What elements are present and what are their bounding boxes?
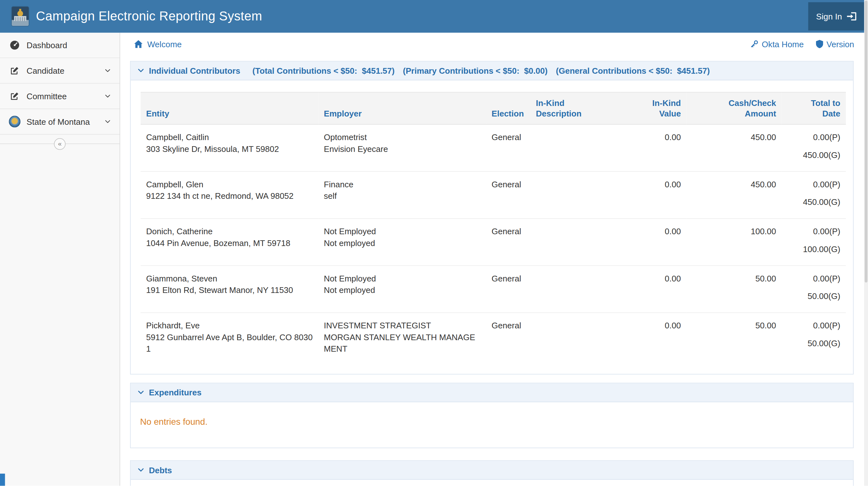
employer-occupation: INVESTMENT STRATEGIST: [324, 320, 480, 331]
total-primary: 0.00(P): [787, 273, 841, 284]
total-to-date-cell: 0.00(P) 100.00(G): [782, 219, 846, 266]
sidebar-item-label: Dashboard: [27, 40, 67, 50]
debts-panel: Debts: [130, 460, 854, 486]
entity-cell: Campbell, Caitlin 303 Skyline Dr, Missou…: [141, 124, 318, 172]
vertical-scrollbar[interactable]: [864, 0, 868, 486]
employer-name: Envision Eyecare: [324, 143, 480, 154]
contributors-panel-body: Entity Employer Election In-KindDescript…: [131, 80, 853, 374]
inkind-value-cell: 0.00: [620, 219, 686, 266]
chevron-down-icon: [138, 68, 144, 74]
entity-cell: Donich, Catherine 1044 Pin Avenue, Bozem…: [141, 219, 318, 266]
capitol-logo-icon: [11, 7, 29, 26]
app-header: Campaign Electronic Reporting System Sig…: [0, 0, 868, 33]
employer-cell: Not Employed Not employed: [318, 219, 486, 266]
column-header-inkind-description: In-KindDescription: [530, 92, 620, 124]
cash-check-cell: 450.00: [687, 124, 782, 172]
individual-contributors-panel: Individual Contributors (Total Contribut…: [130, 61, 854, 375]
election-cell: General: [486, 124, 530, 172]
sidebar-item-committee[interactable]: Committee: [0, 84, 120, 109]
entity-cell: Campbell, Glen 9122 134 th ct ne, Redmon…: [141, 171, 318, 219]
okta-home-label: Okta Home: [762, 39, 804, 49]
entity-name: Giammona, Steven: [146, 273, 313, 284]
inkind-description-cell: [530, 124, 620, 172]
sidebar-collapse-button[interactable]: «: [54, 138, 65, 149]
sign-in-icon: [847, 12, 857, 21]
employer-name: Not employed: [324, 284, 480, 296]
sidebar-item-state-of-montana[interactable]: State of Montana: [0, 109, 120, 135]
breadcrumb-label: Welcome: [147, 39, 182, 49]
welcome-link[interactable]: Welcome: [134, 39, 182, 49]
chevron-down-icon: [104, 118, 111, 125]
empty-message: No entries found.: [131, 402, 853, 448]
contributions-summary: (Total Contributions < $50: $451.57) (Pr…: [253, 66, 710, 76]
summary-total-contributions: (Total Contributions < $50: $451.57): [253, 66, 395, 76]
total-to-date-cell: 0.00(P) 50.00(G): [782, 313, 846, 365]
chevron-down-icon: [104, 92, 111, 100]
blue-artifact: [0, 474, 5, 486]
inkind-description-cell: [530, 219, 620, 266]
total-general: 50.00(G): [787, 290, 841, 302]
montana-seal-icon: [8, 116, 21, 127]
inkind-value-cell: 0.00: [620, 313, 686, 365]
employer-cell: Optometrist Envision Eyecare: [318, 124, 486, 172]
entity-name: Campbell, Caitlin: [146, 131, 313, 143]
breadcrumb-bar: Welcome Okta Home: [121, 33, 868, 55]
chevron-down-icon: [138, 467, 144, 473]
chevron-down-icon: [138, 389, 144, 395]
summary-primary-contributions: (Primary Contributions < $50: $0.00): [403, 66, 548, 76]
debts-panel-body: [131, 480, 853, 486]
expenditures-panel-header[interactable]: Expenditures: [131, 383, 853, 402]
inkind-description-cell: [530, 171, 620, 219]
okta-home-link[interactable]: Okta Home: [750, 39, 804, 49]
individual-contributors-panel-header[interactable]: Individual Contributors (Total Contribut…: [131, 62, 853, 80]
table-row: Campbell, Caitlin 303 Skyline Dr, Missou…: [141, 124, 846, 172]
key-icon: [750, 39, 758, 48]
table-row: Donich, Catherine 1044 Pin Avenue, Bozem…: [141, 219, 846, 266]
sidebar-item-candidate[interactable]: Candidate: [0, 58, 120, 84]
entity-address: 1044 Pin Avenue, Bozeman, MT 59718: [146, 237, 313, 249]
screen: Campaign Electronic Reporting System Sig…: [0, 0, 868, 486]
total-general: 450.00(G): [787, 149, 841, 161]
column-header-cash-check-amount: Cash/CheckAmount: [687, 92, 782, 124]
main-content: Welcome Okta Home: [121, 33, 868, 486]
cash-check-cell: 100.00: [687, 219, 782, 266]
column-header-total-to-date: Total toDate: [782, 92, 846, 124]
sidebar-item-label: State of Montana: [27, 117, 90, 126]
edit-icon: [8, 91, 21, 101]
summary-general-contributions: (General Contributions < $50: $451.57): [556, 66, 710, 76]
table-header-row: Entity Employer Election In-KindDescript…: [141, 92, 846, 124]
table-row: Giammona, Steven 191 Elton Rd, Stewart M…: [141, 265, 846, 313]
total-primary: 0.00(P): [787, 320, 841, 331]
total-primary: 0.00(P): [787, 226, 841, 237]
contributors-table: Entity Employer Election In-KindDescript…: [141, 92, 846, 365]
total-to-date-cell: 0.00(P) 450.00(G): [782, 124, 846, 172]
version-link[interactable]: Version: [816, 39, 854, 49]
inkind-description-cell: [530, 313, 620, 365]
panel-title: Individual Contributors: [149, 66, 240, 76]
edit-icon: [8, 66, 21, 76]
top-links: Okta Home Version: [750, 39, 854, 49]
sign-in-button[interactable]: Sign In: [808, 2, 864, 31]
sidebar-item-dashboard[interactable]: Dashboard: [0, 33, 120, 58]
entity-address: 9122 134 th ct ne, Redmond, WA 98052: [146, 190, 313, 201]
sidebar-item-label: Candidate: [27, 66, 64, 76]
entity-address: 303 Skyline Dr, Missoula, MT 59802: [146, 143, 313, 154]
employer-name: MORGAN STANLEY WEALTH MANAGEMENT: [324, 331, 480, 354]
column-header-employer: Employer: [318, 92, 486, 124]
scrollbar-thumb[interactable]: [865, 1, 868, 282]
election-cell: General: [486, 219, 530, 266]
version-label: Version: [827, 39, 854, 49]
table-row: Campbell, Glen 9122 134 th ct ne, Redmon…: [141, 171, 846, 219]
entity-address: 191 Elton Rd, Stewart Manor, NY 11530: [146, 284, 313, 296]
panel-title: Debts: [149, 465, 172, 475]
cash-check-cell: 50.00: [687, 313, 782, 365]
debts-panel-header[interactable]: Debts: [131, 461, 853, 480]
total-general: 100.00(G): [787, 243, 841, 255]
shield-icon: [816, 39, 824, 48]
total-to-date-cell: 0.00(P) 50.00(G): [782, 265, 846, 313]
total-general: 450.00(G): [787, 196, 841, 208]
total-to-date-cell: 0.00(P) 450.00(G): [782, 171, 846, 219]
employer-cell: Not Employed Not employed: [318, 265, 486, 313]
sign-in-label: Sign In: [816, 11, 842, 21]
entity-address: 5912 Gunbarrel Ave Apt B, Boulder, CO 80…: [146, 331, 313, 354]
